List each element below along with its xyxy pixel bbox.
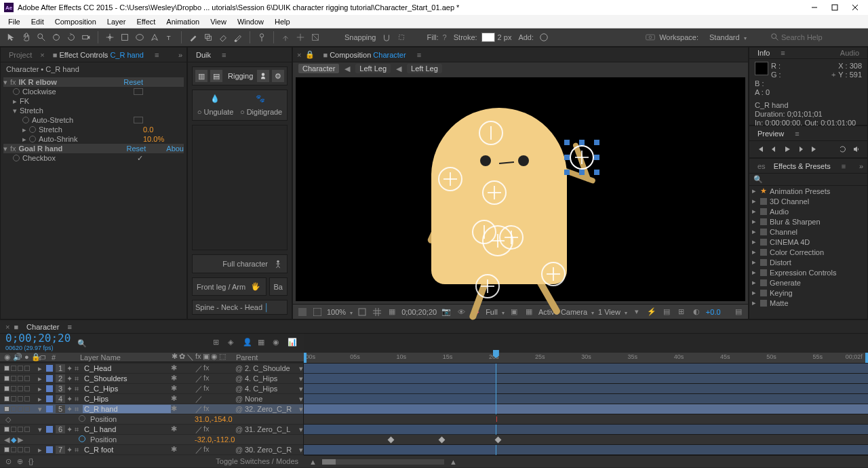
col-audio-icon[interactable]: 🔊 xyxy=(13,353,22,362)
roto-tool[interactable] xyxy=(232,31,244,43)
controller-head[interactable] xyxy=(479,121,503,145)
type-tool[interactable]: T xyxy=(163,31,176,43)
panel-expand-icon[interactable]: » xyxy=(178,51,182,59)
effects-presets-tab[interactable]: Effects & Presets xyxy=(770,161,835,172)
layer-name[interactable]: C_Head xyxy=(83,364,171,372)
zoom-out-icon[interactable]: ▲ xyxy=(309,458,317,466)
prev-frame-button[interactable] xyxy=(768,144,779,155)
layer-row[interactable]: ▾ 6 ✦⌗ C_L hand ✱／fx @31. Zero_C_L▾ xyxy=(0,425,303,435)
prev-key-icon[interactable]: ◀ xyxy=(4,435,9,444)
timeline-search-icon[interactable]: 🔍 xyxy=(77,339,87,348)
panel-menu-icon[interactable]: ≡ xyxy=(414,51,424,59)
camera-tool[interactable] xyxy=(80,31,92,43)
duik-full-character[interactable]: Full character xyxy=(192,254,288,273)
views-dropdown[interactable]: 1 View xyxy=(598,308,627,316)
twirl-icon[interactable]: ▸ xyxy=(752,187,760,195)
grid-icon[interactable] xyxy=(372,307,382,317)
fx-badge[interactable]: fx xyxy=(10,144,16,153)
safe-zones-icon[interactable] xyxy=(357,307,368,317)
snap-edges-icon[interactable] xyxy=(395,31,408,43)
ellipse-tool[interactable] xyxy=(134,31,146,43)
comp-footer-menu[interactable]: ▤ xyxy=(733,307,744,317)
shy-toggle-icon[interactable]: 👤 xyxy=(243,338,254,349)
checkbox-goal[interactable]: ✓ xyxy=(137,154,143,163)
mute-button[interactable] xyxy=(851,144,862,155)
controller-l-foot[interactable] xyxy=(475,274,500,298)
twirl-icon[interactable]: ▸ xyxy=(752,248,760,256)
rect-tool[interactable] xyxy=(119,31,131,43)
menu-animation[interactable]: Animation xyxy=(161,18,205,26)
position-value[interactable]: -32.0,-112.0 xyxy=(195,435,303,444)
minimize-button[interactable] xyxy=(806,1,823,14)
duik-spine[interactable]: Spine - Neck - Head │ xyxy=(192,300,288,315)
twirl-icon[interactable]: ▾ xyxy=(3,144,10,153)
zoom-dropdown[interactable]: 100% xyxy=(327,308,353,316)
graph-editor-icon[interactable]: 📊 xyxy=(288,338,298,349)
preset-folder[interactable]: Expression Controls xyxy=(770,269,836,277)
motion-blur-icon[interactable]: ◉ xyxy=(273,338,283,349)
crumb-left-leg-2[interactable]: Left Leg xyxy=(407,64,442,73)
stopwatch-icon[interactable] xyxy=(29,136,36,142)
preset-folder[interactable]: Channel xyxy=(770,228,797,236)
exposure-value[interactable]: +0.0 xyxy=(706,308,721,316)
workspace-dropdown[interactable]: Standard xyxy=(705,32,760,43)
duik-back-leg[interactable]: Ba xyxy=(269,277,288,296)
twirl-icon[interactable]: ▸ xyxy=(752,298,760,307)
effect-name[interactable]: IK R elbow xyxy=(19,78,124,86)
next-frame-button[interactable] xyxy=(795,144,806,155)
duik-digitigrade-option[interactable]: 🐾 ○ Digitigrade xyxy=(240,94,282,116)
value-auto-shrink[interactable]: 10.0% xyxy=(143,135,184,143)
col-visibility-icon[interactable]: ◉ xyxy=(4,353,11,362)
layer-row[interactable]: ▸ 1 ✦⌗ C_Head ✱／fx @2. C_Shoulde▾ xyxy=(0,364,303,374)
crumb-character[interactable]: Character xyxy=(298,64,339,73)
preset-folder[interactable]: Animation Presets xyxy=(770,187,830,195)
info-tab[interactable]: Info xyxy=(753,47,774,58)
frame-blend-icon[interactable]: ▦ xyxy=(258,338,269,349)
maximize-button[interactable] xyxy=(826,1,844,14)
duik-auto-icon[interactable] xyxy=(257,70,269,82)
stopwatch-icon[interactable] xyxy=(29,126,36,133)
twirl-icon[interactable]: ▸ xyxy=(752,227,760,236)
pen-tool[interactable] xyxy=(149,31,161,43)
resolution-dropdown[interactable]: Full xyxy=(486,308,505,316)
add-keyframe-icon[interactable]: ◆ xyxy=(11,435,16,444)
panel-menu-icon[interactable]: ≡ xyxy=(219,51,229,59)
comp-tab-close[interactable]: × xyxy=(297,51,301,59)
controller-r-foot[interactable] xyxy=(541,262,566,286)
sync-settings-icon[interactable] xyxy=(644,31,656,43)
timeline-footer-icon[interactable]: ⊙ xyxy=(5,457,12,466)
crumb-left-leg[interactable]: Left Leg xyxy=(355,64,391,73)
layer-row[interactable]: ▸ 3 ✦⌗ C_C_Hips ✱／fx @4. C_Hips▾ xyxy=(0,384,303,394)
help-search-input[interactable] xyxy=(781,33,863,41)
duik-front-leg[interactable]: Front leg / Arm 🖐 xyxy=(192,277,267,296)
timeline-current-time[interactable]: 0;00;20;20 xyxy=(5,334,71,343)
selection-tool[interactable] xyxy=(5,31,18,43)
panel-menu-icon[interactable]: ≡ xyxy=(792,130,802,138)
add-button[interactable] xyxy=(538,31,550,43)
add-keyframe-icon[interactable]: ◇ xyxy=(5,415,11,424)
twirl-icon[interactable]: ▸ xyxy=(22,125,29,134)
preset-folder[interactable]: Matte xyxy=(770,299,789,307)
close-button[interactable] xyxy=(846,1,864,14)
preset-folder[interactable]: Keying xyxy=(770,289,793,297)
parent-dropdown[interactable]: ▾ xyxy=(299,364,303,373)
selection-handle[interactable] xyxy=(579,140,585,145)
layer-row[interactable]: ▸ 2 ✦⌗ C_Shoulders ✱／fx @4. C_Hips▾ xyxy=(0,374,303,384)
clone-tool[interactable] xyxy=(202,31,214,43)
property-row[interactable]: ◇ Position 31.0,-154.0 xyxy=(0,414,303,425)
panel-menu-icon[interactable]: ≡ xyxy=(67,323,71,331)
keyframe[interactable] xyxy=(494,437,501,444)
twirl-icon[interactable]: ▸ xyxy=(38,364,46,373)
timeline-icon[interactable]: ▤ xyxy=(661,307,672,317)
preset-folder[interactable]: CINEMA 4D xyxy=(770,238,810,246)
project-tab-close[interactable]: × xyxy=(40,51,44,59)
preset-folder[interactable]: Color Correction xyxy=(770,248,824,256)
comp-mini-flow-icon[interactable]: ⊞ xyxy=(213,338,224,349)
col-solo-icon[interactable]: ● xyxy=(24,353,29,362)
orbit-tool[interactable] xyxy=(50,31,62,43)
hand-tool[interactable] xyxy=(20,31,33,43)
twirl-icon[interactable]: ▸ xyxy=(752,268,760,277)
twirl-icon[interactable]: ▸ xyxy=(13,97,20,106)
show-snapshot-icon[interactable]: 👁 xyxy=(456,307,467,317)
visibility-toggle[interactable] xyxy=(4,366,9,371)
